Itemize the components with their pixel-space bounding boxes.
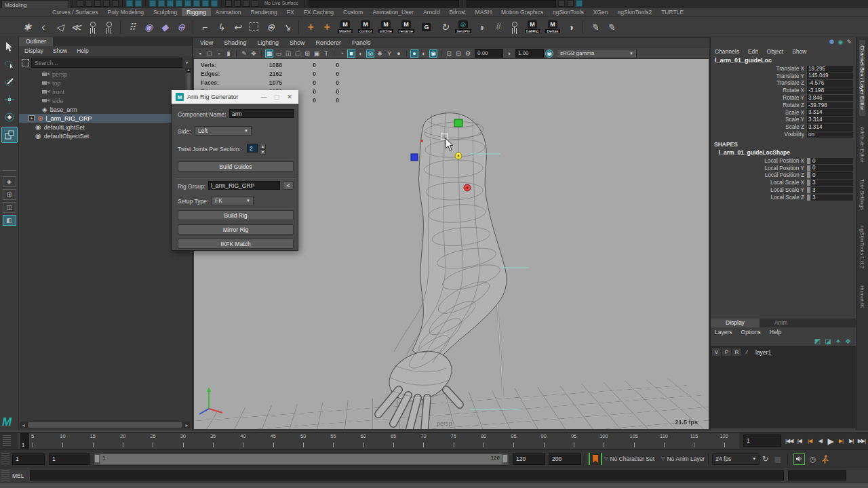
shelf-tab[interactable]: ngSkinTools2 xyxy=(613,8,657,16)
move-tool[interactable] xyxy=(1,92,18,108)
chevron-down-icon[interactable]: ▼ xyxy=(184,60,189,65)
outliner-item-base-arm[interactable]: ◈ base_arm xyxy=(19,105,192,114)
layer-display-type-toggle[interactable]: R xyxy=(732,348,741,356)
animation-layers-icon[interactable]: ◉ xyxy=(838,39,844,45)
textured-icon[interactable]: ◐ xyxy=(357,49,365,58)
lasso-select-tool[interactable] xyxy=(1,56,18,73)
selection-mask-icon[interactable] xyxy=(167,0,174,7)
exposure-field[interactable]: 0.00 xyxy=(475,49,503,58)
channel-value[interactable]: 0 xyxy=(811,158,853,165)
load-selection-button[interactable]: < xyxy=(283,181,294,190)
side-dropdown[interactable]: Left ▼ xyxy=(195,126,252,136)
orient-joint-icon[interactable] xyxy=(198,20,212,35)
layer-playback-toggle[interactable]: P xyxy=(722,348,731,356)
g-shelf-button[interactable]: G xyxy=(418,23,435,31)
lattice-icon[interactable] xyxy=(142,20,155,35)
channel-label[interactable]: Rotate Y xyxy=(783,95,804,101)
animation-preferences-icon[interactable] xyxy=(821,455,829,464)
sidebar-vertical-tab[interactable]: ngSkinTools 1.8.2 xyxy=(859,220,865,274)
character-set-icon[interactable]: ⚉ xyxy=(829,39,835,45)
minimize-button[interactable]: — xyxy=(259,94,269,100)
snap-curve-icon[interactable] xyxy=(234,0,241,7)
viewport-menu-item[interactable]: Lighting xyxy=(257,39,279,46)
rotate-tool[interactable] xyxy=(1,109,18,125)
channel-label[interactable]: Scale Y xyxy=(785,117,804,123)
sidebar-vertical-tab[interactable]: Channel Box / Layer Editor xyxy=(859,40,865,116)
film-gate-icon[interactable]: ▭ xyxy=(275,49,283,58)
dialog-title-bar[interactable]: M Arm Rig Generator — ▢ ✕ xyxy=(172,90,298,104)
range-start-handle[interactable] xyxy=(94,454,100,463)
layout-single-pane-button[interactable]: ◈ xyxy=(3,176,16,187)
range-slider-fill[interactable] xyxy=(100,454,502,464)
cluster-icon[interactable] xyxy=(125,20,139,35)
paint-weights-icon[interactable] xyxy=(250,22,258,31)
sound-toggle-icon[interactable] xyxy=(793,453,805,465)
move-layer-down-icon[interactable]: ◪ xyxy=(825,338,831,345)
shelf-tab[interactable]: Rigging xyxy=(182,8,211,16)
mirror-rig-button[interactable]: Mirror Rig xyxy=(178,224,294,235)
channel-value[interactable]: 3.314 xyxy=(807,124,853,131)
status-input-field[interactable] xyxy=(309,0,459,7)
stepper-up-icon[interactable]: ▲ xyxy=(260,144,266,149)
gate-mask-icon[interactable]: ▢ xyxy=(294,49,302,58)
empty-layer-icon[interactable]: ✦ xyxy=(835,338,841,345)
camera-attributes-icon[interactable]: ▫ xyxy=(215,49,223,58)
channel-label[interactable]: Translate X xyxy=(776,66,804,72)
stepper-down-icon[interactable]: ▼ xyxy=(260,149,266,155)
channel-value[interactable]: 3 xyxy=(811,195,853,201)
open-scene-icon[interactable] xyxy=(85,0,92,7)
2d-pan-zoom-icon[interactable]: ✥ xyxy=(250,49,258,58)
viewport-menu-item[interactable]: Shading xyxy=(224,39,246,46)
yin-yang-icon[interactable] xyxy=(564,20,578,35)
shelf-tab[interactable]: ngSkinTools xyxy=(548,8,589,16)
outliner-item-side[interactable]: side xyxy=(19,96,192,105)
selection-mode-icon[interactable] xyxy=(126,0,133,7)
shadows-icon[interactable]: ❋ xyxy=(376,49,384,58)
timeline-ruler[interactable]: 5 10 15 20 25 30 35 40 45 50 xyxy=(18,433,739,449)
rig-group-field[interactable] xyxy=(208,181,280,190)
shelf-tab[interactable]: Sculpting xyxy=(149,8,182,16)
view-transform-dropdown[interactable]: sRGB gamma ▼ xyxy=(557,49,637,58)
bookmark-icon[interactable]: ▮ xyxy=(224,49,233,58)
shelf-tab[interactable]: XGen xyxy=(589,8,613,16)
selection-mask-icon[interactable] xyxy=(202,0,209,7)
layer-editor-menu-item[interactable]: Layers xyxy=(715,329,732,336)
selection-mode-icon[interactable] xyxy=(135,0,142,7)
pose-icon[interactable] xyxy=(475,20,488,35)
add-influence-icon[interactable] xyxy=(304,20,317,35)
safe-action-icon[interactable]: ▣ xyxy=(313,49,321,58)
shelf-tab[interactable]: Motion Graphics xyxy=(496,8,548,16)
channel-label[interactable]: Scale Z xyxy=(785,124,804,130)
blend-shape-icon[interactable] xyxy=(174,20,188,35)
layer-editor-menu-item[interactable]: Options xyxy=(741,329,761,336)
outliner-item-persp[interactable]: persp xyxy=(19,70,192,79)
channel-label[interactable]: Translate Y xyxy=(776,73,804,79)
modeling-toolkit-icon[interactable] xyxy=(576,0,583,7)
drag-handle[interactable] xyxy=(1,470,9,481)
range-slider[interactable]: 1 120 xyxy=(93,453,509,466)
isolate-select-icon[interactable]: ◉ xyxy=(429,49,437,58)
shelf-tab[interactable]: Curves / Surfaces xyxy=(47,8,103,16)
channel-value[interactable]: 3.314 xyxy=(807,117,853,123)
drag-handle[interactable] xyxy=(3,435,11,446)
detach-skin-icon[interactable] xyxy=(280,20,294,35)
channel-value[interactable]: 145.049 xyxy=(807,73,853,79)
skeleton-icon[interactable] xyxy=(89,22,96,33)
deltas-shelf-button[interactable]: M Deltas xyxy=(544,20,561,33)
channel-label[interactable]: Local Position Z xyxy=(765,172,804,178)
redo-icon[interactable] xyxy=(112,0,119,7)
channel-box-menu-item[interactable]: Show xyxy=(792,48,806,55)
image-plane-icon[interactable]: ✎ xyxy=(240,49,248,58)
animation-end-field[interactable] xyxy=(549,453,581,465)
anim-layer-selector[interactable]: No Anim Layer xyxy=(667,455,705,462)
channel-label[interactable]: Rotate Z xyxy=(783,102,804,108)
selection-mask-icon[interactable] xyxy=(193,0,200,7)
shelf-tab[interactable]: Rendering xyxy=(246,8,282,16)
playback-button[interactable]: ▶▶| xyxy=(856,438,867,444)
channel-value[interactable]: -3.198 xyxy=(807,87,853,94)
cached-playback-clock-icon[interactable]: ◷ xyxy=(810,455,816,464)
wireframe-icon[interactable]: ◔ xyxy=(338,49,346,58)
color-management-icon[interactable]: ◉ xyxy=(545,49,553,58)
layer-editor-tab[interactable]: Anim xyxy=(760,319,802,327)
shelf-tab[interactable]: Custom xyxy=(338,8,368,16)
